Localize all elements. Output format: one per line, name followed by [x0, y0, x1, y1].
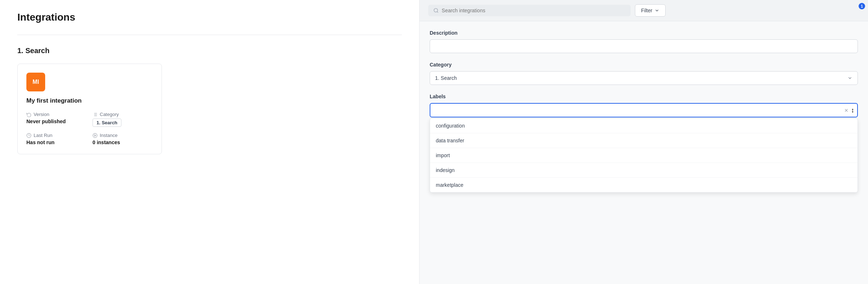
- instance-meta: Instance 0 instances: [93, 133, 153, 145]
- chevron-down-icon: [654, 8, 659, 13]
- panel-body: Description Category 1. Search Labels: [420, 21, 868, 284]
- cursor-pointer-icon: ↕: [851, 107, 854, 114]
- clear-icon[interactable]: [844, 108, 849, 113]
- labels-input-wrapper: ↕: [430, 103, 858, 117]
- dropdown-item-import[interactable]: import: [430, 148, 858, 163]
- integration-avatar: MI: [26, 73, 45, 91]
- section-divider: [17, 35, 402, 35]
- version-meta: Version Never published: [26, 112, 87, 127]
- svg-point-9: [434, 8, 438, 12]
- labels-filter-label: Labels: [430, 94, 858, 99]
- labels-input-icons: ↕: [844, 107, 854, 114]
- section-title: 1. Search: [17, 47, 402, 55]
- category-filter-label: Category: [430, 62, 858, 68]
- labels-dropdown: configuration data transfer import indes…: [430, 118, 858, 193]
- integration-card[interactable]: MI My first integration Version Never pu…: [17, 64, 162, 154]
- panel-header: Filter 1: [420, 0, 868, 21]
- category-badge-value: 1. Search: [93, 119, 153, 127]
- integration-name: My first integration: [26, 97, 153, 104]
- clock-icon: [26, 133, 31, 138]
- labels-filter: Labels ↕ configuration data transfer imp…: [430, 94, 858, 193]
- version-value: Never published: [26, 119, 87, 124]
- svg-point-7: [93, 133, 97, 138]
- last-run-value: Has not run: [26, 139, 87, 145]
- last-run-label: Last Run: [26, 133, 87, 138]
- right-panel: Filter 1 Description Category 1. Search …: [419, 0, 868, 284]
- category-select[interactable]: 1. Search: [430, 71, 858, 85]
- dropdown-item-configuration[interactable]: configuration: [430, 119, 858, 133]
- instance-icon: [93, 133, 98, 138]
- search-input[interactable]: [442, 8, 626, 13]
- page-title: Integrations: [17, 12, 402, 23]
- select-chevron-icon: [847, 76, 852, 81]
- integration-meta: Version Never published Category: [26, 112, 153, 145]
- svg-marker-8: [95, 134, 96, 136]
- description-input[interactable]: [430, 39, 858, 53]
- dropdown-item-data-transfer[interactable]: data transfer: [430, 133, 858, 148]
- category-meta: Category 1. Search: [93, 112, 153, 127]
- search-bar[interactable]: [428, 5, 631, 16]
- description-label: Description: [430, 30, 858, 36]
- search-icon: [433, 8, 439, 13]
- main-content: Integrations 1. Search MI My first integ…: [0, 0, 419, 284]
- labels-input[interactable]: [430, 103, 858, 117]
- svg-line-10: [437, 12, 438, 13]
- version-label: Version: [26, 112, 87, 117]
- category-icon: [93, 112, 98, 117]
- dropdown-item-marketplace[interactable]: marketplace: [430, 178, 858, 192]
- category-label: Category: [93, 112, 153, 117]
- dropdown-item-indesign[interactable]: indesign: [430, 163, 858, 178]
- description-filter: Description: [430, 30, 858, 53]
- last-run-meta: Last Run Has not run: [26, 133, 87, 145]
- instance-label: Instance: [93, 133, 153, 138]
- version-icon: [26, 112, 31, 117]
- instance-value: 0 instances: [93, 139, 153, 145]
- category-filter: Category 1. Search: [430, 62, 858, 85]
- filter-button[interactable]: Filter: [635, 4, 666, 17]
- notification-badge: 1: [859, 3, 865, 9]
